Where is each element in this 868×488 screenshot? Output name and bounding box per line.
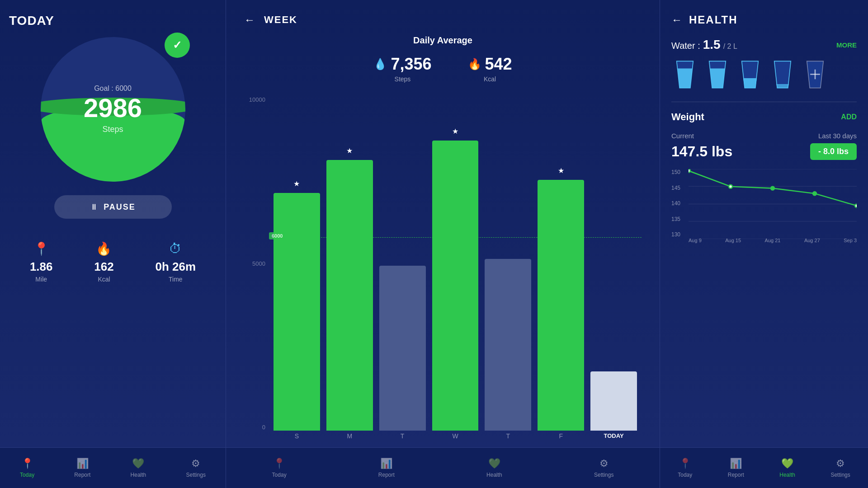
bar-t2	[485, 259, 531, 431]
week-report-label: Report	[378, 472, 395, 478]
report-nav-label: Report	[74, 472, 90, 478]
mile-value: 1.86	[30, 260, 53, 274]
dot-4	[812, 191, 817, 196]
water-amount: 1.5	[703, 38, 721, 52]
current-label: Current	[671, 132, 732, 140]
nav-health[interactable]: 💚 Health	[131, 458, 146, 478]
weight-stats: Current 147.5 lbs Last 30 days - 8.0 lbs	[671, 132, 857, 160]
kcal-icon: 🔥	[96, 241, 112, 256]
week-report-icon: 📊	[380, 458, 392, 469]
water-section: Water : 1.5 / 2 L MORE	[671, 38, 857, 90]
bar-f	[538, 180, 584, 431]
health-back-button[interactable]: ←	[671, 14, 682, 26]
week-nav-report[interactable]: 📊 Report	[378, 458, 395, 478]
week-nav-health[interactable]: 💚 Health	[486, 458, 502, 478]
week-today-label: Today	[272, 472, 287, 478]
inner-dot-2	[729, 185, 731, 188]
panel-health: ← HEALTH Water : 1.5 / 2 L MORE	[660, 0, 868, 488]
y-label-10000: 10000	[244, 96, 269, 103]
pause-button[interactable]: ⏸ PAUSE	[54, 195, 172, 219]
week-nav-today[interactable]: 📍 Today	[272, 458, 287, 478]
weight-header: Weight ADD	[671, 111, 857, 123]
health-nav-bar: 📍 Today 📊 Report 💚 Health ⚙ Settings	[660, 447, 868, 488]
stat-time: ⏱ 0h 26m Time	[155, 241, 196, 283]
weight-line-chart	[689, 169, 857, 239]
health-panel-report-icon: 📊	[730, 458, 742, 469]
avg-stats: 💧 7,356 Steps 🔥 542 Kcal	[244, 55, 642, 83]
y-140: 140	[671, 200, 689, 206]
mile-icon: 📍	[33, 241, 49, 256]
more-button[interactable]: MORE	[836, 41, 857, 49]
circle-inner: Goal : 6000 2986 Steps	[41, 37, 185, 182]
add-weight-button[interactable]: ADD	[841, 113, 857, 121]
bar-group-m: ★	[326, 101, 373, 431]
dot-3	[770, 186, 775, 190]
y-135: 135	[671, 216, 689, 222]
stat-mile: 📍 1.86 Mile	[30, 241, 53, 283]
nav-settings[interactable]: ⚙ Settings	[186, 458, 206, 478]
bar-s	[274, 193, 320, 431]
check-button[interactable]	[165, 33, 190, 58]
weight-section: Weight ADD Current 147.5 lbs Last 30 day…	[671, 102, 857, 250]
circle-steps-label: Steps	[102, 125, 123, 134]
bar-star-m: ★	[346, 146, 353, 155]
bar-group-today	[590, 101, 637, 431]
goal-line: 6000	[269, 237, 642, 238]
bar-group-s: ★	[274, 101, 320, 431]
circle-steps-value: 2986	[84, 95, 142, 121]
avg-steps: 💧 7,356 Steps	[373, 55, 431, 83]
today-nav-icon: 📍	[21, 458, 33, 469]
health-panel-today-label: Today	[678, 472, 692, 478]
glass-2[interactable]	[704, 59, 731, 90]
health-header: ← HEALTH	[671, 14, 857, 26]
bar-group-t2	[485, 101, 531, 431]
glass-3[interactable]	[736, 59, 764, 90]
glass-1[interactable]	[671, 59, 698, 90]
health-nav-report[interactable]: 📊 Report	[728, 458, 744, 478]
week-nav-settings[interactable]: ⚙ Settings	[594, 458, 613, 478]
current-value: 147.5 lbs	[671, 143, 732, 160]
week-back-button[interactable]: ←	[244, 14, 255, 26]
health-nav-settings[interactable]: ⚙ Settings	[830, 458, 850, 478]
x-labels: S M T W T F TODAY	[269, 432, 642, 445]
week-health-icon: 💚	[488, 458, 500, 469]
time-value: 0h 26m	[155, 260, 196, 274]
weight-change: - 8.0 lbs	[810, 143, 857, 160]
panel-today: TODAY Goal : 6000 2986 Steps ⏸ PAUSE 📍 1…	[0, 0, 226, 488]
glass-4[interactable]	[769, 59, 796, 90]
stats-row: 📍 1.86 Mile 🔥 162 Kcal ⏱ 0h 26m Time	[9, 241, 217, 283]
date-aug9: Aug 9	[689, 238, 702, 250]
avg-steps-value: 7,356	[391, 55, 431, 74]
health-panel-health-icon: 💚	[781, 458, 793, 469]
settings-nav-label: Settings	[186, 472, 206, 478]
weight-chart: 150 145 140 135 130	[671, 169, 857, 250]
today-nav-bar: 📍 Today 📊 Report 💚 Health ⚙ Settings	[0, 447, 226, 488]
y-150: 150	[671, 169, 689, 175]
week-nav-bar: 📍 Today 📊 Report 💚 Health ⚙ Settings	[226, 447, 660, 488]
circle-goal: Goal : 6000	[94, 84, 132, 93]
health-panel-report-label: Report	[728, 472, 744, 478]
week-title: WEEK	[264, 14, 297, 26]
nav-today[interactable]: 📍 Today	[20, 458, 34, 478]
y-label-5000: 5000	[244, 260, 269, 267]
avg-kcal-label: Kcal	[484, 75, 496, 83]
kcal-label: Kcal	[98, 276, 110, 283]
kcal-value: 162	[94, 260, 113, 274]
y-145: 145	[671, 185, 689, 191]
nav-report[interactable]: 📊 Report	[74, 458, 90, 478]
bar-t1	[379, 266, 426, 431]
date-sep3: Sep 3	[844, 238, 857, 250]
x-label-t2: T	[485, 432, 531, 445]
weight-title: Weight	[671, 111, 704, 123]
date-aug27: Aug 27	[804, 238, 820, 250]
health-panel-settings-label: Settings	[830, 472, 850, 478]
health-nav-health[interactable]: 💚 Health	[779, 458, 795, 478]
glass-add[interactable]	[802, 59, 829, 90]
week-settings-icon: ⚙	[599, 458, 609, 469]
bar-group-f: ★	[538, 101, 584, 431]
health-panel-settings-icon: ⚙	[836, 458, 845, 469]
x-label-m: M	[326, 432, 373, 445]
time-icon: ⏱	[169, 241, 182, 256]
health-title: HEALTH	[689, 14, 738, 26]
health-nav-today[interactable]: 📍 Today	[678, 458, 692, 478]
